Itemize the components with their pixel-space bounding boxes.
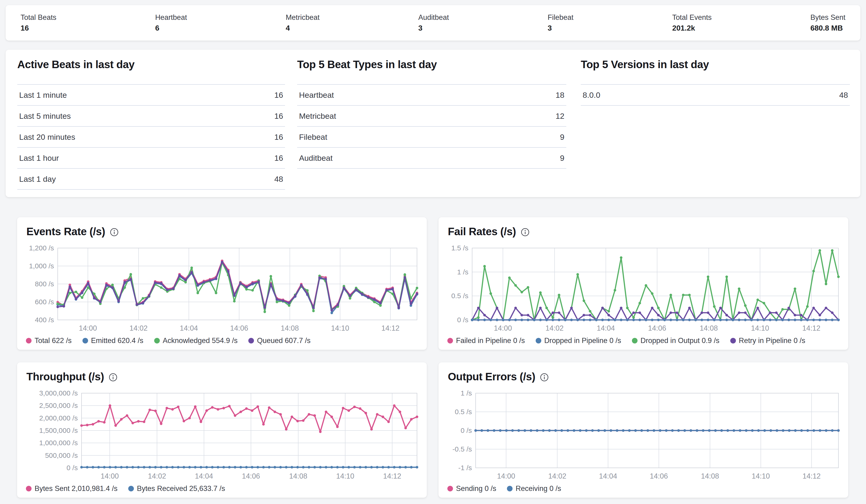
top-beat-types-table: Top 5 Beat Types in last day Heartbeat18… — [297, 58, 566, 169]
chart-title: Events Rate (/s) — [26, 225, 105, 238]
table-row: 8.0.048 — [581, 85, 850, 106]
table-title: Top 5 Beat Types in last day — [297, 58, 566, 71]
row-label: Auditbeat — [299, 153, 333, 163]
table-row: Last 5 minutes16 — [17, 106, 285, 127]
svg-text:14:12: 14:12 — [381, 324, 399, 332]
row-value: 16 — [274, 112, 283, 121]
table-row: Last 1 minute16 — [17, 85, 285, 106]
legend-item[interactable]: Total 622 /s — [26, 336, 72, 345]
svg-text:600 /s: 600 /s — [35, 298, 54, 306]
table-title: Active Beats in last day — [17, 58, 285, 71]
active-beats-table: Active Beats in last day Last 1 minute16… — [17, 58, 285, 190]
legend-item[interactable]: Dropped in Pipeline 0 /s — [536, 336, 621, 345]
stat-value: 16 — [21, 24, 56, 32]
legend-color-dot — [507, 486, 512, 491]
stat-heartbeat: Heartbeat 6 — [155, 13, 187, 32]
svg-text:-0.5 /s: -0.5 /s — [453, 445, 472, 453]
svg-text:2,000,000 /s: 2,000,000 /s — [39, 414, 78, 422]
svg-text:3,000,000 /s: 3,000,000 /s — [39, 390, 78, 397]
table-row: Auditbeat9 — [297, 148, 566, 169]
legend-item[interactable]: Queued 607.7 /s — [248, 336, 310, 345]
svg-text:14:10: 14:10 — [336, 472, 354, 480]
legend-item[interactable]: Retry in Pipeline 0 /s — [730, 336, 805, 345]
legend-item[interactable]: Bytes Sent 2,010,981.4 /s — [26, 484, 118, 493]
legend-label: Dropped in Output 0.9 /s — [641, 336, 720, 345]
svg-text:0.5 /s: 0.5 /s — [451, 292, 468, 300]
legend-item[interactable]: Receiving 0 /s — [507, 484, 561, 493]
legend-color-dot — [26, 486, 32, 491]
svg-text:1 /s: 1 /s — [457, 268, 468, 276]
stat-value: 4 — [286, 24, 320, 32]
svg-text:1.5 /s: 1.5 /s — [451, 245, 468, 252]
row-value: 12 — [556, 112, 564, 121]
svg-text:1,500,000 /s: 1,500,000 /s — [39, 426, 78, 434]
stat-label: Total Beats — [21, 13, 56, 22]
legend-item[interactable]: Dropped in Output 0.9 /s — [632, 336, 720, 345]
svg-text:14:06: 14:06 — [230, 324, 248, 332]
svg-text:1,000 /s: 1,000 /s — [29, 262, 54, 270]
legend-item[interactable]: Sending 0 /s — [447, 484, 496, 493]
legend-color-dot — [447, 486, 453, 491]
chart-legend: Bytes Sent 2,010,981.4 /sBytes Received … — [23, 482, 421, 495]
legend-item[interactable]: Acknowledged 554.9 /s — [154, 336, 238, 345]
row-label: Last 1 day — [19, 174, 56, 184]
row-label: Last 20 minutes — [19, 133, 75, 142]
info-icon[interactable] — [109, 373, 118, 382]
svg-text:14:00: 14:00 — [79, 324, 97, 332]
legend-label: Emitted 620.4 /s — [91, 336, 143, 345]
info-icon[interactable] — [540, 373, 549, 382]
chart-legend: Sending 0 /sReceiving 0 /s — [444, 482, 843, 495]
svg-text:14:02: 14:02 — [548, 472, 567, 480]
chart-legend: Total 622 /sEmitted 620.4 /sAcknowledged… — [23, 334, 421, 347]
legend-item[interactable]: Failed in Pipeline 0 /s — [447, 336, 525, 345]
legend-label: Receiving 0 /s — [515, 484, 561, 493]
legend-color-dot — [154, 338, 160, 343]
throughput-chart: 0 /s500,000 /s1,000,000 /s1,500,000 /s2,… — [23, 390, 421, 495]
stat-label: Filebeat — [547, 13, 573, 22]
table-rows: Heartbeat18Metricbeat12Filebeat9Auditbea… — [297, 84, 566, 169]
svg-text:14:08: 14:08 — [700, 324, 718, 332]
table-row: Last 20 minutes16 — [17, 127, 285, 148]
info-icon[interactable] — [521, 228, 530, 237]
svg-text:14:02: 14:02 — [545, 324, 564, 332]
svg-text:0 /s: 0 /s — [67, 464, 78, 472]
svg-text:14:02: 14:02 — [130, 324, 148, 332]
stat-label: Metricbeat — [286, 13, 320, 22]
row-value: 48 — [274, 174, 283, 184]
info-icon[interactable] — [110, 228, 119, 237]
row-label: Last 1 hour — [19, 153, 59, 163]
legend-item[interactable]: Bytes Received 25,633.7 /s — [128, 484, 225, 493]
table-rows: 8.0.048 — [581, 84, 850, 106]
stat-filebeat: Filebeat 3 — [547, 13, 573, 32]
stat-total-events: Total Events 201.2k — [672, 13, 712, 32]
fail-rates-chart: 0 /s0.5 /s1 /s1.5 /s14:0014:0214:0414:06… — [444, 245, 843, 347]
chart-title: Fail Rates (/s) — [448, 225, 516, 238]
legend-label: Retry in Pipeline 0 /s — [739, 336, 805, 345]
svg-text:400 /s: 400 /s — [35, 316, 54, 324]
legend-item[interactable]: Emitted 620.4 /s — [82, 336, 143, 345]
legend-label: Total 622 /s — [35, 336, 72, 345]
stat-total-beats: Total Beats 16 — [21, 13, 56, 32]
legend-color-dot — [632, 338, 637, 343]
row-label: Metricbeat — [299, 112, 336, 121]
events-rate-chart-panel: Events Rate (/s) 400 /s600 /s800 /s1,000… — [17, 217, 427, 350]
svg-text:800 /s: 800 /s — [35, 280, 54, 288]
legend-color-dot — [447, 338, 453, 343]
throughput-chart-panel: Throughput (/s) 0 /s500,000 /s1,000,000 … — [17, 362, 427, 498]
stat-bytes-sent: Bytes Sent 680.8 MB — [810, 13, 845, 32]
row-value: 16 — [274, 133, 283, 142]
legend-color-dot — [730, 338, 736, 343]
legend-color-dot — [248, 338, 254, 343]
table-rows: Last 1 minute16Last 5 minutes16Last 20 m… — [17, 84, 285, 190]
beats-tables-panel: Active Beats in last day Last 1 minute16… — [5, 50, 861, 197]
svg-text:14:10: 14:10 — [331, 324, 349, 332]
row-value: 16 — [274, 91, 283, 100]
row-value: 16 — [274, 153, 283, 163]
legend-color-dot — [128, 486, 134, 491]
svg-text:14:08: 14:08 — [289, 472, 308, 480]
legend-label: Sending 0 /s — [456, 484, 496, 493]
stat-label: Bytes Sent — [810, 13, 845, 22]
row-value: 18 — [556, 91, 564, 100]
table-row: Metricbeat12 — [297, 106, 566, 127]
stat-label: Total Events — [672, 13, 712, 22]
